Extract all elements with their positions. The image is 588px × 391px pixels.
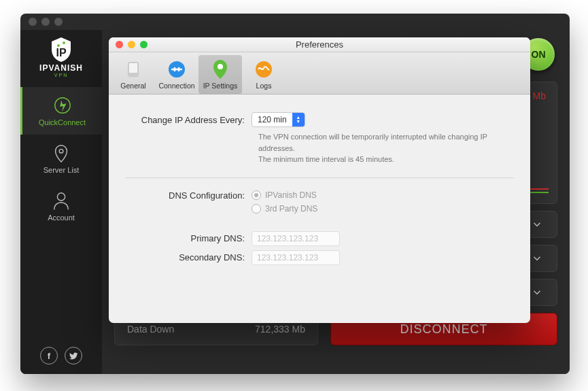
sidebar-item-account[interactable]: Account: [20, 182, 102, 230]
tab-logs[interactable]: Logs: [242, 55, 286, 94]
tab-general[interactable]: General: [111, 55, 155, 94]
ip-settings-icon: [210, 59, 230, 80]
change-ip-select[interactable]: 120 min ▲▼: [252, 112, 305, 127]
svg-text:IP: IP: [56, 47, 66, 58]
pin-icon: [51, 143, 71, 163]
close-icon[interactable]: [116, 41, 123, 48]
radio-icon: [252, 204, 261, 214]
logs-icon: [254, 59, 274, 80]
tab-label: IP Settings: [203, 82, 238, 90]
change-ip-label: Change IP Address Every:: [125, 115, 252, 125]
sidebar-item-label: Server List: [44, 166, 80, 174]
data-down-value: 712,333 Mb: [255, 324, 305, 335]
svg-point-9: [218, 64, 223, 69]
minimize-icon[interactable]: [128, 41, 135, 48]
select-arrows-icon: ▲▼: [292, 113, 305, 126]
svg-point-4: [59, 149, 63, 153]
primary-dns-label: Primary DNS:: [125, 233, 252, 243]
change-ip-hint2: The minimum time interval is 45 minutes.: [258, 154, 503, 165]
svg-point-5: [57, 193, 65, 201]
radio-label: IPVanish DNS: [265, 190, 317, 200]
radio-label: 3rd Party DNS: [265, 204, 317, 214]
tab-connection[interactable]: Connection: [155, 55, 198, 94]
twitter-icon[interactable]: [65, 347, 82, 364]
svg-point-10: [256, 61, 272, 78]
svg-rect-7: [128, 73, 138, 76]
change-ip-hint1: The VPN connection will be temporarily i…: [258, 131, 503, 154]
sidebar-item-serverlist[interactable]: Server List: [20, 135, 102, 182]
tab-label: Connection: [158, 82, 194, 90]
chevron-down-icon: [531, 286, 543, 299]
zoom-icon[interactable]: [140, 41, 148, 48]
svg-point-1: [63, 41, 65, 44]
shield-logo-icon: IP: [48, 36, 75, 63]
tab-label: Logs: [256, 82, 272, 90]
chevron-down-icon: [531, 252, 543, 265]
minimize-dot[interactable]: [41, 18, 50, 26]
chevron-down-icon: [531, 218, 543, 231]
social-links: f: [40, 347, 82, 364]
app-titlebar[interactable]: [20, 14, 570, 30]
secondary-dns-input[interactable]: [252, 250, 340, 265]
primary-dns-input[interactable]: [252, 231, 340, 246]
prefs-title: Preferences: [109, 39, 530, 50]
zoom-dot[interactable]: [54, 18, 63, 26]
account-icon: [51, 190, 71, 211]
sidebar-item-quickconnect[interactable]: QuickConnect: [20, 87, 102, 135]
preferences-dialog: Preferences General Connection IP Settin…: [109, 37, 530, 323]
close-dot[interactable]: [29, 18, 37, 26]
general-icon: [123, 59, 143, 80]
quickconnect-icon: [52, 95, 73, 116]
dns-option-ipvanish[interactable]: IPVanish DNS: [252, 190, 317, 200]
dns-config-label: DNS Configuration:: [125, 190, 252, 201]
sidebar-item-label: Account: [48, 214, 75, 222]
radio-icon: [252, 190, 261, 200]
prefs-toolbar: General Connection IP Settings Logs: [109, 52, 530, 95]
secondary-dns-label: Secondary DNS:: [125, 252, 252, 262]
change-ip-value: 120 min: [252, 115, 292, 124]
data-down-label: Data Down: [127, 324, 174, 335]
brand-sub: VPN: [54, 73, 68, 78]
connection-icon: [167, 59, 187, 80]
sidebar: IP IPVANISH VPN QuickConnect Server List…: [20, 30, 102, 374]
tab-ip-settings[interactable]: IP Settings: [198, 55, 242, 94]
brand-name: IPVANISH: [39, 63, 83, 73]
tab-label: General: [120, 82, 145, 90]
prefs-titlebar[interactable]: Preferences: [109, 37, 530, 52]
dns-option-thirdparty[interactable]: 3rd Party DNS: [252, 204, 317, 214]
sidebar-item-label: QuickConnect: [39, 118, 86, 126]
prefs-body: Change IP Address Every: 120 min ▲▼ The …: [109, 95, 530, 287]
facebook-icon[interactable]: f: [40, 347, 58, 364]
divider: [125, 177, 514, 178]
brand-logo: IP IPVANISH VPN: [37, 33, 85, 80]
